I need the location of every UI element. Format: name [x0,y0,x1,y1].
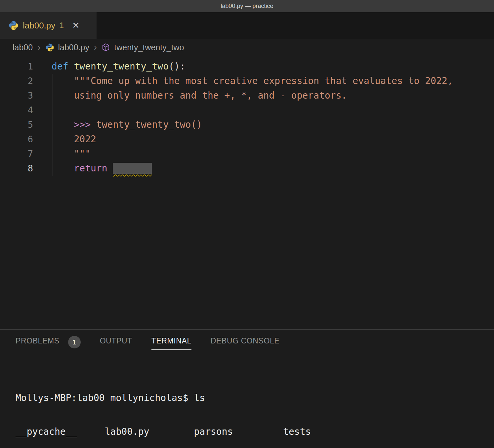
terminal[interactable]: Mollys-MBP:lab00 mollynicholas$ ls __pyc… [0,357,494,448]
docstring-text: """ [33,147,91,161]
code-line-6[interactable]: 6 2022 [0,132,494,147]
code-line-7[interactable]: 7 """ [0,147,494,161]
code-text [33,103,52,117]
line-number: 3 [0,88,33,103]
chevron-right-icon: › [93,43,98,52]
tab-output[interactable]: OUTPUT [100,336,132,350]
editor-tab-lab00[interactable]: lab00.py 1 ✕ [0,12,97,39]
code-text: return [33,161,152,176]
close-icon[interactable]: ✕ [72,21,80,30]
breadcrumb-symbol[interactable]: twenty_twenty_two [114,43,184,52]
indent-guide [53,74,53,176]
code-text: >>> twenty_twenty_two() [33,117,202,132]
code-line-3[interactable]: 3 using only numbers and the +, *, and -… [0,88,494,103]
problems-count-badge: 1 [68,336,81,348]
tab-bar: lab00.py 1 ✕ [0,12,494,39]
line-number: 5 [0,117,33,132]
tab-terminal-label: TERMINAL [151,336,191,350]
python-icon [9,21,19,30]
tab-problems[interactable]: PROBLEMS 1 [16,336,81,350]
tab-debug-console-label: DEBUG CONSOLE [211,336,279,350]
space [107,163,113,174]
terminal-text: __pycache__ lab00.py parsons tests [16,426,311,437]
title-bar: lab00.py — practice [0,0,494,12]
keyword-def: def [52,61,74,72]
python-icon [45,43,54,52]
tab-output-label: OUTPUT [100,336,132,350]
terminal-text: Mollys-MBP:lab00 mollynicholas$ ls [16,392,205,403]
tab-terminal[interactable]: TERMINAL [151,336,191,350]
code-line-8[interactable]: 8 return [0,161,494,176]
terminal-line: __pycache__ lab00.py parsons tests [16,426,494,437]
breadcrumb-file[interactable]: lab00.py [58,43,90,52]
function-name: twenty_twenty_two [74,61,169,72]
line-number: 1 [0,59,33,74]
line-number: 2 [0,74,33,88]
tab-filename: lab00.py [23,21,55,31]
tab-debug-console[interactable]: DEBUG CONSOLE [211,336,279,350]
code-line-5[interactable]: 5 >>> twenty_twenty_two() [0,117,494,132]
terminal-line: Mollys-MBP:lab00 mollynicholas$ ls [16,392,494,404]
line-number: 4 [0,103,33,117]
tab-problems-label: PROBLEMS [16,336,60,350]
chevron-right-icon: › [37,43,41,52]
bottom-panel: PROBLEMS 1 OUTPUT TERMINAL DEBUG CONSOLE… [0,329,494,448]
selection-highlight-error-squiggle [113,163,152,174]
punctuation: (): [169,61,185,72]
code-line-1[interactable]: 1 def twenty_twenty_two(): [0,59,494,74]
code-line-2[interactable]: 2 """Come up with the most creative expr… [0,74,494,88]
code-text: def twenty_twenty_two(): [33,59,185,74]
line-number: 6 [0,132,33,147]
code-line-4[interactable]: 4 [0,103,494,117]
breadcrumb: lab00 › lab00.py › twenty_twenty_two [0,39,494,56]
docstring-text: using only numbers and the +, *, and - o… [33,88,347,103]
symbol-cube-icon [102,43,110,52]
line-number: 7 [0,147,33,161]
doctest-prompt: >>> [74,119,96,130]
panel-tab-bar: PROBLEMS 1 OUTPUT TERMINAL DEBUG CONSOLE [0,330,494,357]
tab-problem-count: 1 [60,21,64,30]
line-number: 8 [0,161,33,176]
window-title: lab00.py — practice [221,3,273,10]
editor[interactable]: 1 def twenty_twenty_two(): 2 """Come up … [0,56,494,329]
breadcrumb-folder[interactable]: lab00 [13,43,33,52]
indent [52,119,74,130]
doctest-call: twenty_twenty_two() [96,119,202,130]
docstring-text: 2022 [33,132,96,147]
keyword-return: return [52,163,107,174]
docstring-text: """Come up with the most creative expres… [33,74,453,88]
